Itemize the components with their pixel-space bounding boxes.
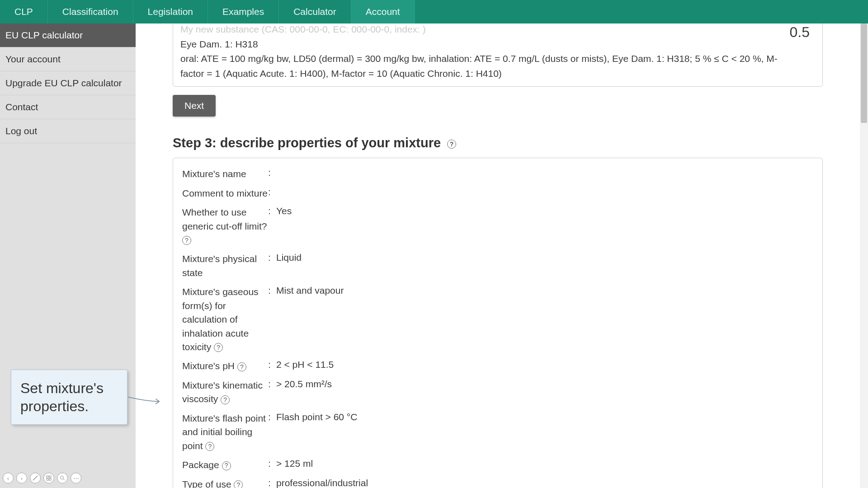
- sidebar-item-contact[interactable]: Contact: [0, 95, 136, 119]
- prop-label: Mixture's physical state: [182, 252, 268, 280]
- nav-tab-clp[interactable]: CLP: [0, 0, 48, 23]
- callout-box: Set mixture's properties.: [11, 370, 127, 425]
- svg-rect-3: [49, 479, 51, 480]
- substance-line1: My new substance (CAS: 000-00-0, EC: 000…: [180, 24, 426, 34]
- prop-row-name: Mixture's name :: [182, 164, 813, 183]
- step3-heading: Step 3: describe properties of your mixt…: [173, 136, 823, 150]
- prop-value: Flash point > 60 °C: [276, 412, 813, 453]
- nav-tab-legislation[interactable]: Legislation: [133, 0, 208, 23]
- prop-label: Comment to mixture: [182, 187, 268, 200]
- help-icon[interactable]: ?: [447, 140, 456, 149]
- prop-label: Mixture's gaseous form(s) for calculatio…: [182, 285, 268, 354]
- prop-row-package: Package ? : > 125 ml: [182, 455, 813, 474]
- prop-label: Mixture's flash point and initial boilin…: [182, 412, 268, 453]
- sidebar-item-calculator[interactable]: EU CLP calculator: [0, 23, 136, 47]
- prop-row-viscosity: Mixture's kinematic viscosity ? : > 20.5…: [182, 376, 813, 409]
- zoom-icon[interactable]: [57, 473, 68, 483]
- prev-icon[interactable]: ‹: [3, 473, 14, 483]
- more-icon[interactable]: ⋯: [71, 473, 81, 483]
- prop-value: > 20.5 mm²/s: [276, 379, 813, 406]
- sidebar-item-logout[interactable]: Log out: [0, 119, 136, 143]
- substance-line2: Eye Dam. 1: H318: [180, 39, 258, 49]
- prop-row-cutoff: Whether to use generic cut-off limit? ? …: [182, 203, 813, 249]
- prop-label: Mixture's pH ?: [182, 359, 268, 373]
- svg-point-4: [61, 476, 64, 479]
- step3-title-text: Step 3: describe properties of your mixt…: [173, 136, 441, 150]
- bottom-controls: ‹ › ⋯: [3, 473, 81, 483]
- prop-value: Liquid: [276, 252, 813, 280]
- help-icon[interactable]: ?: [234, 480, 243, 488]
- sidebar-item-upgrade[interactable]: Upgrade EU CLP calculator: [0, 71, 136, 95]
- svg-line-5: [63, 479, 65, 480]
- prop-value: 2 < pH < 11.5: [276, 359, 813, 373]
- prop-label: Type of use ?: [182, 478, 268, 488]
- prop-value: [276, 167, 813, 181]
- callout-arrow-icon: [127, 393, 164, 411]
- pen-icon[interactable]: [30, 473, 41, 483]
- next-button-step2[interactable]: Next: [173, 95, 216, 117]
- prop-value: professional/industrial: [276, 478, 813, 488]
- help-icon[interactable]: ?: [214, 343, 223, 352]
- help-icon[interactable]: ?: [222, 461, 231, 470]
- substance-line3: oral: ATE = 100 mg/kg bw, LD50 (dermal) …: [180, 53, 778, 79]
- help-icon[interactable]: ?: [182, 236, 191, 245]
- svg-rect-2: [47, 479, 48, 480]
- prop-row-ph: Mixture's pH ? : 2 < pH < 11.5: [182, 357, 813, 375]
- prop-row-flash: Mixture's flash point and initial boilin…: [182, 409, 813, 455]
- nav-tab-examples[interactable]: Examples: [208, 0, 279, 23]
- prop-row-state: Mixture's physical state : Liquid: [182, 249, 813, 282]
- prop-value: [276, 187, 813, 200]
- prop-row-comment: Comment to mixture :: [182, 184, 813, 203]
- help-icon[interactable]: ?: [221, 395, 230, 404]
- help-icon[interactable]: ?: [205, 442, 214, 451]
- nav-tab-classification[interactable]: Classification: [48, 0, 133, 23]
- scrollbar-thumb[interactable]: [861, 23, 867, 123]
- next-icon[interactable]: ›: [16, 473, 27, 483]
- mixture-properties-card: Mixture's name : Comment to mixture : Wh…: [173, 158, 823, 488]
- sidebar-item-account[interactable]: Your account: [0, 47, 136, 71]
- grid-icon[interactable]: [43, 473, 54, 483]
- prop-value: Mist and vapour: [276, 285, 813, 354]
- prop-label: Package ?: [182, 458, 268, 472]
- prop-value: Yes: [276, 206, 813, 247]
- help-icon[interactable]: ?: [237, 362, 246, 371]
- prop-row-gaseous: Mixture's gaseous form(s) for calculatio…: [182, 282, 813, 357]
- scrollbar[interactable]: ▲: [860, 23, 868, 488]
- nav-tab-calculator[interactable]: Calculator: [279, 0, 351, 23]
- svg-rect-0: [47, 476, 48, 478]
- prop-label: Whether to use generic cut-off limit? ?: [182, 206, 268, 247]
- prop-value: > 125 ml: [276, 458, 813, 472]
- top-nav: CLP Classification Legislation Examples …: [0, 0, 868, 23]
- prop-label: Mixture's name: [182, 167, 268, 181]
- prop-label: Mixture's kinematic viscosity ?: [182, 379, 268, 406]
- svg-rect-1: [49, 476, 51, 478]
- prop-row-use: Type of use ? : professional/industrial: [182, 475, 813, 488]
- substance-value: 0.5: [790, 23, 815, 41]
- substance-card: My new substance (CAS: 000-00-0, EC: 000…: [173, 23, 823, 87]
- nav-tab-account[interactable]: Account: [351, 0, 415, 23]
- main-content: My new substance (CAS: 000-00-0, EC: 000…: [136, 23, 868, 488]
